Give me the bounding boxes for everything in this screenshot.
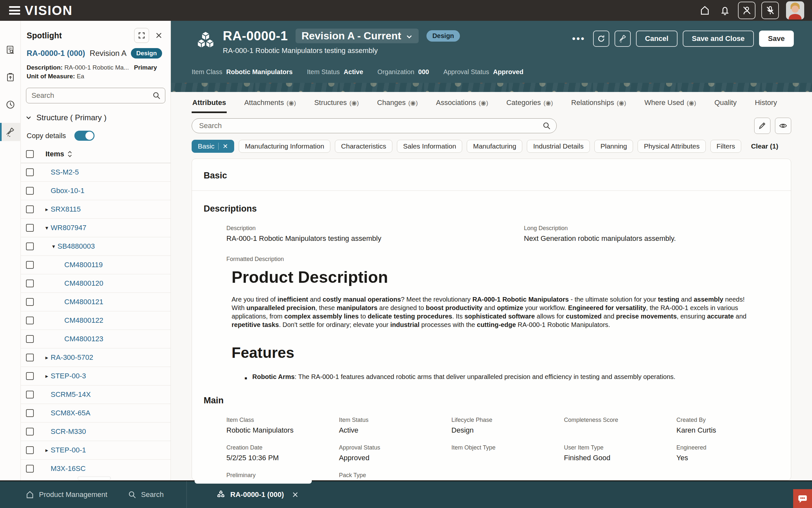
tree-horizontal-scrollbar[interactable]	[21, 477, 171, 480]
rail-spotlight-button[interactable]	[0, 123, 21, 141]
hamburger-menu-icon[interactable]	[9, 6, 20, 15]
tree-item[interactable]: ▸STEP-00-1	[21, 441, 171, 460]
filter-chip-industrial-details[interactable]: Industrial Details	[527, 140, 589, 153]
view-button[interactable]	[775, 118, 791, 134]
filter-chip-manufacturing-information[interactable]: Manufacturing Information	[239, 140, 330, 153]
row-checkbox[interactable]	[26, 372, 34, 380]
copy-details-toggle[interactable]	[75, 131, 95, 141]
tree-item-link[interactable]: SRX8115	[51, 205, 81, 214]
tree-item[interactable]: SCRM5-14X	[21, 385, 171, 404]
tree-item[interactable]: ▾WR807947	[21, 219, 171, 237]
row-checkbox[interactable]	[26, 168, 34, 176]
clear-filters-link[interactable]: Clear (1)	[751, 142, 778, 150]
tree-item[interactable]: CM4800123	[21, 330, 171, 348]
filter-chip-basic[interactable]: Basic✕	[192, 140, 234, 153]
tab-categories[interactable]: Categories(◉)	[506, 96, 554, 113]
tree-item-link[interactable]: M3X-16SC	[51, 464, 86, 473]
tree-item-link[interactable]: SCM8X-65A	[51, 409, 90, 417]
attributes-search-input[interactable]	[192, 118, 557, 133]
sort-icon[interactable]	[67, 151, 73, 158]
rail-browse-button[interactable]	[0, 41, 21, 59]
row-checkbox[interactable]	[26, 391, 34, 398]
taskbar-search-item[interactable]: Search	[128, 491, 164, 499]
row-checkbox[interactable]	[26, 205, 34, 213]
notifications-button[interactable]	[718, 3, 732, 17]
filter-chip-manufacturing[interactable]: Manufacturing	[467, 140, 522, 153]
tree-item[interactable]: ▸RA-300-5702	[21, 348, 171, 367]
spotlight-toggle-button[interactable]	[615, 31, 631, 47]
tree-item[interactable]: CM4800119	[21, 256, 171, 274]
voice-muted-button[interactable]	[761, 2, 779, 19]
refresh-button[interactable]	[593, 31, 609, 47]
spotlight-item-link[interactable]: RA-0000-1 (000)	[27, 49, 85, 58]
spotlight-close-button[interactable]	[152, 29, 165, 42]
tree-item-link[interactable]: SCR-M330	[51, 427, 86, 436]
row-checkbox[interactable]	[26, 465, 34, 473]
tab-history[interactable]: History	[754, 96, 777, 113]
tree-item[interactable]: CM4800121	[21, 293, 171, 311]
tree-item[interactable]: SCM8X-65A	[21, 404, 171, 423]
spotlight-search-input[interactable]	[26, 88, 165, 103]
chat-widget-button[interactable]	[793, 489, 812, 508]
tree-item-link[interactable]: CM4800120	[64, 279, 103, 288]
tree-item[interactable]: ▾SB4880003	[21, 237, 171, 256]
overflow-menu-button[interactable]: •••	[572, 33, 585, 44]
tree-item-link[interactable]: STEP-00-1	[51, 446, 86, 454]
tab-close-icon[interactable]	[292, 491, 299, 498]
tree-item-link[interactable]: SCRM5-14X	[51, 390, 91, 399]
save-and-close-button[interactable]: Save and Close	[683, 31, 754, 47]
revision-selector[interactable]: Revision A - Current	[296, 29, 419, 43]
chip-remove-icon[interactable]: ✕	[223, 143, 228, 150]
row-checkbox[interactable]	[26, 224, 34, 232]
tab-where-used[interactable]: Where Used(◉)	[644, 96, 697, 113]
tree-item-link[interactable]: Gbox-10-1	[51, 186, 85, 195]
tab-structures[interactable]: Structures(◉)	[314, 96, 360, 113]
tree-item[interactable]: ▸SRX8115	[21, 200, 171, 219]
tab-quality[interactable]: Quality	[714, 96, 737, 113]
tab-changes[interactable]: Changes(◉)	[376, 96, 418, 113]
tab-attachments[interactable]: Attachments(◉)	[244, 96, 297, 113]
expand-button[interactable]	[134, 28, 149, 43]
cancel-button[interactable]: Cancel	[636, 31, 677, 47]
tree-item-link[interactable]: CM4800121	[64, 298, 103, 306]
document-tab[interactable]: RA-0000-1 (000)	[207, 481, 307, 508]
structure-section-toggle[interactable]: Structure ( Primary )	[21, 103, 171, 122]
save-button[interactable]: Save	[759, 31, 794, 47]
tree-item[interactable]: CM4800120	[21, 274, 171, 293]
expand-arrow-icon[interactable]: ▸	[43, 206, 51, 213]
expand-arrow-icon[interactable]: ▸	[43, 354, 51, 361]
tree-item[interactable]: CM4800122	[21, 311, 171, 330]
rail-history-button[interactable]	[0, 95, 21, 114]
tree-item[interactable]: ▸STEP-00-3	[21, 367, 171, 385]
row-checkbox[interactable]	[26, 243, 34, 250]
rail-clipboard-button[interactable]	[0, 68, 21, 86]
filter-chip-sales-information[interactable]: Sales Information	[397, 140, 462, 153]
tree-item-link[interactable]: CM4800122	[64, 316, 103, 325]
row-checkbox[interactable]	[26, 316, 34, 324]
expand-arrow-icon[interactable]: ▸	[43, 447, 51, 454]
tree-item-link[interactable]: WR807947	[51, 224, 86, 232]
tab-relationships[interactable]: Relationships(◉)	[571, 96, 627, 113]
home-button[interactable]	[698, 3, 712, 17]
taskbar-home-item[interactable]: Product Management	[25, 490, 107, 499]
tree-item[interactable]: SCR-M330	[21, 423, 171, 441]
tree-item-link[interactable]: RA-300-5702	[51, 353, 93, 362]
filter-chip-physical-attributes[interactable]: Physical Attributes	[637, 140, 706, 153]
edit-button[interactable]	[754, 118, 770, 134]
expand-arrow-icon[interactable]: ▾	[50, 243, 57, 250]
row-checkbox[interactable]	[26, 428, 34, 435]
expand-arrow-icon[interactable]: ▾	[43, 224, 51, 231]
row-checkbox[interactable]	[26, 298, 34, 306]
expand-arrow-icon[interactable]: ▸	[43, 373, 51, 380]
tree-item-link[interactable]: CM4800123	[64, 335, 103, 343]
row-checkbox[interactable]	[26, 187, 34, 195]
row-checkbox[interactable]	[26, 280, 34, 287]
assistant-muted-button[interactable]	[738, 2, 756, 19]
tree-item[interactable]: M3X-16SC	[21, 460, 171, 476]
filter-chip-filters[interactable]: Filters	[710, 140, 741, 153]
tree-item-link[interactable]: STEP-00-3	[51, 372, 86, 380]
row-checkbox[interactable]	[26, 353, 34, 362]
filter-chip-characteristics[interactable]: Characteristics	[335, 140, 392, 153]
select-all-checkbox[interactable]	[26, 150, 34, 158]
row-checkbox[interactable]	[26, 261, 34, 269]
